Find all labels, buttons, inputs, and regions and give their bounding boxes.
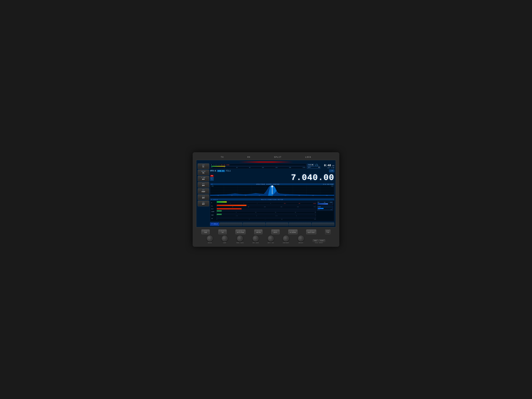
tx-label: TX (221, 156, 224, 158)
spectrum-scale: -40 -30 -20 -10 0 +10 +20 +30 +40 (210, 195, 334, 196)
vox-gain-knob-label: VOX GAIN (253, 242, 259, 243)
time-area: 0:48 00 LOC 1:48 (321, 164, 334, 169)
po-meter-row: Po 0 10 50 (211, 205, 316, 208)
time-seconds: 00 (332, 165, 334, 167)
bw-box[interactable]: BW 3.0k (307, 164, 314, 166)
f7-button[interactable]: F-7 EXIT/SET (306, 229, 316, 234)
freq-display-row: TX ANT2★ 7.040.00 (210, 173, 334, 183)
anti-vox-knob[interactable] (268, 235, 274, 241)
drive-knob-label: DRIVE (208, 242, 212, 243)
att-button[interactable]: ATT OFF (198, 182, 209, 188)
bottom-function-row: P-HOLD (210, 222, 334, 226)
right-display: S ·1·3·5·7·9 +20 +40 +60dB Po 0 10 (210, 164, 334, 226)
f5-button[interactable]: F-5 DATA (271, 229, 279, 234)
spectrum-grid-label: Grid 10k/10dB (323, 184, 333, 185)
temp-box: TEMP COOL HOT (317, 206, 333, 211)
meter-area: P-HOLD MULTI-FUNCTION METER S (210, 198, 334, 221)
vd-label: VD (318, 202, 319, 203)
screen-func-btn-3[interactable] (266, 222, 288, 226)
rec-button[interactable]: REC (313, 240, 318, 242)
moni-gain-knob-label: MONI GAIN (236, 242, 243, 243)
vfo-label: VFO-A (210, 170, 216, 172)
contrast-knob[interactable] (283, 235, 289, 241)
agc-button[interactable]: AGC FAST (198, 188, 209, 194)
screen-func-btn-1[interactable] (220, 222, 242, 226)
rec-play-row: REC PLAY (313, 240, 325, 242)
bright-knob-group: BRIGHT (298, 235, 304, 243)
vd-bar-container (318, 203, 332, 205)
screen-wrapper: ANT 2★ METER Po P.AMP OFF ATT OFF (196, 160, 336, 228)
comp-knob[interactable] (222, 235, 228, 241)
drive-knob[interactable] (207, 235, 213, 241)
svg-marker-0 (315, 164, 318, 166)
screen-func-btn-4[interactable] (289, 222, 311, 226)
moni-gain-knob-group: MONI GAIN (236, 235, 243, 243)
function-buttons-row: F-1 SSB F-2 CW F-3 RTTY/PSK F-4 AM/FM F-… (196, 229, 336, 234)
ant-button[interactable]: ANT 2★ (198, 164, 209, 169)
radio-body: TX RX SPLIT LOCK ANT 2★ METER Po (193, 152, 339, 247)
smeter-area: S ·1·3·5·7·9 +20 +40 +60dB Po 0 10 (210, 164, 306, 169)
bright-knob[interactable] (298, 235, 304, 241)
anti-vox-knob-label: ANTI VOX (268, 242, 274, 243)
vd-value1: 44 (324, 202, 325, 203)
fil-label: FIL1 (226, 170, 231, 172)
f1-button[interactable]: F-1 SSB (202, 229, 210, 234)
comp-meter-row: COMP 0 5 10 (211, 210, 316, 213)
red-indicator-bar (198, 162, 334, 163)
p-hold-header-label: P-HOLD (211, 199, 218, 200)
sft-box[interactable]: SFT 0 (307, 166, 320, 169)
top-labels: TX RX SPLIT LOCK (196, 156, 336, 159)
tx-badge: TX (210, 175, 214, 177)
frequency-display: 7.040.00 (214, 173, 334, 183)
play-button[interactable]: PLAY (319, 240, 325, 242)
f4-button[interactable]: F-4 AM/FM (254, 229, 262, 234)
screen-content: ANT 2★ METER Po P.AMP OFF ATT OFF (198, 164, 334, 226)
f6-button[interactable]: F-6 M.SCOPE (288, 229, 298, 234)
tx-ant-stack: TX ANT2★ (210, 175, 214, 181)
smeter-bar-container (211, 166, 305, 167)
screen-func-btn-5[interactable] (312, 222, 334, 226)
smeter-bar (211, 166, 225, 167)
auto-tune-button[interactable]: AUTO TUNE (325, 229, 330, 234)
comp-knob-label: COMP (223, 242, 226, 243)
mode-label: USB-D3 (217, 170, 225, 172)
f2-button[interactable]: F-2 CW (218, 229, 227, 234)
meter-right: VD 44 52V (317, 201, 333, 220)
multifunction-title: MULTI-FUNCTION METER (261, 199, 283, 200)
vox-gain-knob[interactable] (253, 235, 259, 241)
id-meter-row: Id 0 ··· 5 (211, 217, 316, 220)
left-panel: ANT 2★ METER Po P.AMP OFF ATT OFF (198, 164, 209, 226)
quarter-button[interactable]: 1/4 OFF (198, 194, 209, 200)
bright-knob-label: BRIGHT (299, 242, 303, 243)
pamp-button[interactable]: P.AMP OFF (198, 176, 209, 181)
spectrum-header: RT SPECTRUM SCOPE CENTER Grid 10k/10dB (210, 183, 334, 185)
p-hold-button[interactable]: P-HOLD (210, 222, 219, 226)
rx-label: RX (247, 156, 250, 158)
comp-knob-group: COMP (222, 235, 228, 243)
po-scale: Po 0 10 50 100 150 200 250W (211, 167, 305, 168)
knobs-row: DRIVE COMP MONI GAIN VOX GAIN ANTI VOX C… (196, 235, 336, 243)
vd-box: VD 44 52V (317, 201, 333, 205)
meter-left: S 1 3 5 (211, 201, 316, 220)
vox-gain-knob-group: VOX GAIN (253, 235, 259, 243)
voice-memory-label: VOICE MEMORY (313, 242, 325, 243)
spectrum-title: SPECTRUM SCOPE CENTER (256, 184, 279, 185)
vd-bar (318, 203, 328, 204)
s-meter-row: S 1 3 5 (211, 201, 316, 204)
ant-badge: ANT2★ (210, 177, 214, 181)
screen-func-btn-2[interactable] (243, 222, 265, 226)
bw-sft-area: BW 3.0k SFT 0 (307, 164, 320, 169)
top-row: S ·1·3·5·7·9 +20 +40 +60dB Po 0 10 (210, 164, 334, 169)
loc-label: LOC 1:48 (321, 167, 334, 169)
swr-meter-row: SWR 1 1.5 2 (211, 214, 316, 216)
moni-gain-knob[interactable] (237, 235, 243, 241)
temp-bar (318, 208, 323, 209)
meter-button[interactable]: METER Po (198, 170, 209, 175)
meter-header: P-HOLD MULTI-FUNCTION METER (210, 199, 334, 201)
split-label: SPLIT (274, 156, 282, 158)
temp-cool-label: COOL (318, 209, 320, 210)
f3-button[interactable]: F-3 RTTY/PSK (235, 229, 246, 234)
drive-knob-group: DRIVE (207, 235, 213, 243)
meter-content: S 1 3 5 (210, 201, 334, 221)
vsc-button[interactable]: VSC OFF (198, 201, 209, 206)
